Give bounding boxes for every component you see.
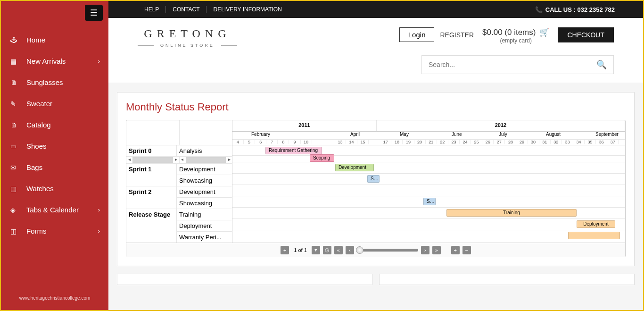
dashboard-icon: 🕹 (10, 36, 21, 44)
pager-prev-button[interactable]: ‹ (346, 246, 354, 254)
file-icon: 🗎 (10, 79, 21, 86)
month-label: February (251, 132, 270, 137)
delivery-link[interactable]: DELIVERY INFORMATION (206, 6, 288, 13)
week-label: 19 (403, 140, 414, 144)
week-label: 29 (517, 140, 528, 144)
help-link[interactable]: HELP (138, 6, 166, 13)
gantt-row-sprint0[interactable]: Sprint 0 Analysis (126, 145, 232, 157)
cart-amount: $0.00 (0 items) (482, 28, 536, 37)
gantt-bar-row (232, 185, 625, 196)
bar-warranty[interactable] (568, 232, 620, 239)
week-label: 10 (301, 140, 312, 144)
month-label: May (400, 132, 409, 137)
bar-requirement[interactable]: Requirement Gathering (265, 147, 322, 154)
contact-link[interactable]: CONTACT (166, 6, 206, 13)
month-label: August (546, 132, 561, 137)
year-2012: 2012 (377, 120, 625, 131)
scroll-right-icon[interactable]: ▸ (226, 157, 232, 163)
sidebar: ☰ 🕹Home ▤New Arrivals› 🗎Sunglasses ✎Swea… (1, 1, 108, 310)
sidebar-item-home[interactable]: 🕹Home (1, 29, 108, 50)
gantt-bar-row: Training (232, 208, 625, 219)
sidebar-item-label: Bags (26, 163, 42, 171)
zoom-out-button[interactable]: − (462, 246, 471, 254)
week-label: 5 (244, 140, 255, 144)
sidebar-item-catalog[interactable]: 🗎Catalog (1, 114, 108, 135)
scroll-left-icon[interactable]: ◂ (126, 157, 132, 163)
zoom-in-button[interactable]: + (451, 246, 460, 254)
pager-clock-button[interactable]: ◷ (323, 246, 331, 254)
tablet-icon: ▭ (10, 143, 21, 150)
sidebar-item-label: Forms (26, 227, 47, 235)
checkout-button[interactable]: CHECKOUT (558, 27, 614, 42)
gantt-row-release[interactable]: Release Stage TrainingDeploymentWarranty… (126, 209, 232, 243)
scroll-right-icon[interactable]: ▸ (173, 157, 179, 163)
gantt-left-scroll[interactable]: ◂▸ ◂▸ (126, 157, 232, 164)
header: GRETONG ONLINE STORE Login REGISTER $0.0… (108, 18, 643, 83)
pager-label: 1 of 1 (292, 247, 309, 253)
logo-title: GRETONG (144, 27, 231, 40)
phone-icon: 📞 (535, 6, 543, 13)
login-button[interactable]: Login (399, 27, 435, 42)
sidebar-item-forms[interactable]: ◫Forms› (1, 220, 108, 242)
gantt-bar-row: Scoping (232, 156, 625, 162)
search-icon[interactable]: 🔍 (596, 59, 607, 70)
week-label: 23 (448, 140, 460, 144)
sidebar-item-label: New Arrivals (26, 57, 66, 65)
week-label: 8 (278, 140, 289, 144)
bar-showcasing1[interactable]: Sh... (367, 175, 380, 183)
logo[interactable]: GRETONG ONLINE STORE (138, 27, 237, 48)
week-label: 20 (414, 140, 426, 144)
search-input[interactable] (429, 61, 596, 68)
week-label: 30 (528, 140, 539, 144)
gantt-row-sprint1[interactable]: Sprint 1 DevelopmentShowcasing (126, 164, 232, 186)
register-link[interactable]: REGISTER (440, 31, 474, 39)
pager-last-button[interactable]: » (432, 246, 441, 254)
sidebar-item-sunglasses[interactable]: 🗎Sunglasses (1, 72, 108, 93)
search-box[interactable]: 🔍 (421, 55, 614, 74)
chart-icon: ◫ (10, 227, 21, 235)
sidebar-item-label: Sweater (26, 100, 52, 108)
pager-next-button[interactable]: › (421, 246, 429, 254)
sidebar-item-bags[interactable]: ✉Bags (1, 157, 108, 178)
bar-development[interactable]: Development (335, 164, 374, 171)
auth: Login REGISTER (399, 27, 474, 42)
bar-scoping[interactable]: Scoping (310, 154, 334, 162)
hamburger-button[interactable]: ☰ (85, 5, 103, 21)
week-label: 27 (494, 140, 505, 144)
chevron-right-icon: › (98, 206, 100, 213)
gantt-toolbar: + 1 of 1 ▾ ◷ « ‹ › » + − (126, 243, 625, 257)
bottom-panel-right (379, 274, 635, 285)
pager-first-button[interactable]: « (334, 246, 343, 254)
zoom-slider[interactable] (357, 249, 418, 252)
cart-empty: (empty card) (500, 37, 532, 44)
grid-icon: ▦ (10, 185, 21, 193)
week-label: 26 (482, 140, 494, 144)
layers-icon: ◈ (10, 206, 21, 214)
pager-plus-button[interactable]: + (281, 246, 289, 254)
week-label: 15 (357, 140, 369, 144)
bar-training[interactable]: Training (446, 209, 577, 217)
bar-deployment[interactable]: Deployment (577, 220, 615, 228)
cart-icon: 🛒 (539, 27, 549, 37)
pager-down-button[interactable]: ▾ (312, 246, 320, 254)
week-label: 6 (255, 140, 266, 144)
sidebar-item-new-arrivals[interactable]: ▤New Arrivals› (1, 50, 108, 72)
sidebar-item-shoes[interactable]: ▭Shoes (1, 135, 108, 157)
week-label: 24 (460, 140, 471, 144)
hamburger-icon: ☰ (90, 8, 98, 18)
week-label: 21 (426, 140, 437, 144)
sidebar-item-tabs-calendar[interactable]: ◈Tabs & Calender› (1, 199, 108, 220)
gantt-bar-row: Requirement Gathering (232, 145, 625, 156)
week-label: 33 (562, 140, 573, 144)
bar-showcasing2[interactable]: Sh... (423, 198, 436, 205)
sidebar-item-sweater[interactable]: ✎Sweater (1, 93, 108, 114)
week-label: 4 (232, 140, 244, 144)
gantt-right[interactable]: 2011 2012 February April May June July A (232, 120, 625, 243)
sidebar-item-label: Catalog (26, 121, 51, 129)
gantt-row-sprint2[interactable]: Sprint 2 DevelopmentShowcasing (126, 186, 232, 209)
file-icon: 🗎 (10, 121, 21, 129)
topbar: HELP CONTACT DELIVERY INFORMATION 📞CALL … (108, 1, 643, 18)
cart-summary[interactable]: $0.00 (0 items)🛒 (empty card) (482, 27, 549, 44)
sidebar-item-watches[interactable]: ▦Watches (1, 178, 108, 199)
scroll-left-icon[interactable]: ◂ (180, 157, 185, 163)
